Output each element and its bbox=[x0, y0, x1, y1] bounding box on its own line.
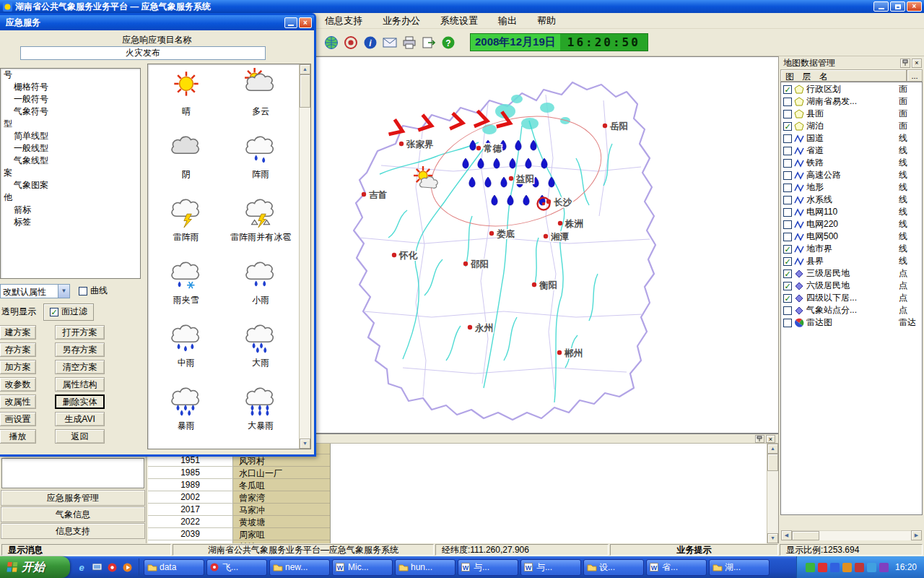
weather-symbol-thunderstorm-hail[interactable]: 雷阵雨并有冰雹 bbox=[224, 191, 299, 254]
dialog-minimize-button[interactable] bbox=[284, 17, 297, 28]
city-marker-永州[interactable]: 永州 bbox=[468, 323, 493, 333]
layer-checkbox[interactable] bbox=[783, 233, 792, 241]
show-desktop-icon[interactable] bbox=[91, 561, 103, 573]
layer-row-地市界[interactable]: ✓地市界线 bbox=[781, 243, 922, 255]
button-生成AVI[interactable]: 生成AVI bbox=[55, 412, 105, 426]
dialog-close-button[interactable]: × bbox=[299, 17, 312, 28]
maximize-button[interactable] bbox=[890, 1, 905, 12]
task-button-Mic...[interactable]: WMic... bbox=[332, 559, 393, 576]
button-属性结构[interactable]: 属性结构 bbox=[55, 377, 105, 392]
button-存方案[interactable]: 存方案 bbox=[0, 342, 36, 357]
city-marker-怀化[interactable]: 怀化 bbox=[392, 251, 418, 261]
layer-row-省道[interactable]: 省道线 bbox=[781, 144, 922, 157]
layer-checkbox[interactable] bbox=[783, 110, 792, 118]
layer-row-气象站点分...[interactable]: 气象站点分...点 bbox=[781, 304, 922, 316]
network-icon[interactable] bbox=[842, 563, 852, 572]
scroll-up-icon[interactable]: ▲ bbox=[767, 444, 778, 454]
weather-symbol-overcast[interactable]: 阴 bbox=[149, 128, 224, 191]
weather-symbol-light-rain[interactable]: 小雨 bbox=[224, 254, 299, 316]
record-icon[interactable] bbox=[343, 35, 359, 51]
layer-row-县面[interactable]: 县面面 bbox=[781, 108, 922, 120]
layer-row-国道[interactable]: 国道线 bbox=[781, 132, 922, 144]
tree-item-标签[interactable]: 标签 bbox=[1, 216, 140, 228]
city-marker-岳阳[interactable]: 岳阳 bbox=[603, 121, 628, 131]
menu-item-帮助[interactable]: 帮助 bbox=[537, 14, 556, 27]
menu-item-系统设置[interactable]: 系统设置 bbox=[440, 14, 478, 27]
table-row[interactable]: 2017马家冲 bbox=[148, 504, 330, 516]
layer-column-header[interactable]: 图 层 名 bbox=[780, 69, 907, 82]
weather-symbol-heavy-rainstorm[interactable]: 大暴雨 bbox=[224, 379, 299, 442]
table-row[interactable]: 1985水口山一厂 bbox=[148, 467, 330, 479]
weather-symbol-thunderstorm[interactable]: 雷阵雨 bbox=[149, 191, 224, 254]
export-icon[interactable] bbox=[421, 35, 437, 51]
city-marker-娄底[interactable]: 娄底 bbox=[489, 229, 515, 239]
layer-checkbox[interactable] bbox=[783, 134, 792, 143]
weather-symbol-heavy-rain[interactable]: 大雨 bbox=[224, 316, 299, 379]
fetion-icon[interactable] bbox=[855, 563, 864, 572]
fetion-icon[interactable] bbox=[106, 561, 118, 573]
layer-row-高速公路[interactable]: 高速公路线 bbox=[781, 169, 922, 181]
task-button-设...[interactable]: 设... bbox=[583, 559, 644, 576]
tree-item-气象线型[interactable]: 气象线型 bbox=[1, 155, 140, 167]
menu-item-输出[interactable]: 输出 bbox=[498, 14, 517, 27]
map-panel[interactable]: 张家界岳阳常德益阳长沙吉首娄底株洲湘潭怀化邵阳衡阳永州郴州 bbox=[315, 56, 779, 434]
task-button-new...[interactable]: new... bbox=[269, 559, 330, 576]
layer-checkbox[interactable]: ✓ bbox=[783, 294, 792, 303]
table-row[interactable]: 2039周家咀 bbox=[148, 528, 330, 540]
mail-icon[interactable] bbox=[382, 35, 398, 51]
tree-item-一般符号[interactable]: 一般符号 bbox=[1, 93, 140, 105]
city-marker-常德[interactable]: 常德 bbox=[476, 144, 502, 154]
layer-row-六级居民地[interactable]: ✓六级居民地点 bbox=[781, 280, 922, 292]
globe-icon[interactable] bbox=[323, 35, 339, 51]
layer-checkbox[interactable]: ✓ bbox=[783, 269, 792, 278]
task-button-湖...[interactable]: 湖... bbox=[709, 559, 770, 576]
layer-row-雷达图[interactable]: 雷达图雷达 bbox=[781, 316, 922, 329]
weather-symbol-cloudy[interactable]: 多云 bbox=[224, 65, 299, 128]
city-marker-湘潭[interactable]: 湘潭 bbox=[544, 232, 570, 242]
menu-item-信息支持[interactable]: 信息支持 bbox=[325, 14, 362, 27]
scroll-down-icon[interactable]: ▼ bbox=[767, 533, 778, 543]
scroll-left-icon[interactable]: ◀ bbox=[781, 530, 792, 540]
scroll-right-icon[interactable]: ▶ bbox=[911, 530, 922, 540]
scroll-down-icon[interactable]: ▼ bbox=[300, 439, 310, 449]
menu-item-业务办公[interactable]: 业务办公 bbox=[383, 14, 420, 27]
button-改参数[interactable]: 改参数 bbox=[0, 377, 36, 392]
layer-checkbox[interactable] bbox=[783, 171, 792, 180]
layer-checkbox[interactable] bbox=[783, 319, 792, 327]
layer-checkbox[interactable] bbox=[783, 196, 792, 204]
tree-item-案[interactable]: 案 bbox=[1, 167, 140, 179]
layer-checkbox[interactable]: ✓ bbox=[783, 282, 792, 290]
task-button-飞...[interactable]: 飞... bbox=[206, 559, 267, 576]
layer-checkbox[interactable] bbox=[783, 159, 792, 168]
ie-icon[interactable]: e bbox=[76, 561, 87, 573]
minimize-button[interactable] bbox=[873, 1, 889, 12]
button-改属性[interactable]: 改属性 bbox=[0, 394, 36, 409]
panel-button-信息支持[interactable]: 信息支持 bbox=[1, 523, 145, 539]
scroll-thumb[interactable] bbox=[792, 531, 819, 540]
scroll-thumb[interactable] bbox=[767, 454, 778, 471]
layer-checkbox[interactable] bbox=[783, 208, 792, 217]
panel-button-应急服务管理[interactable]: 应急服务管理 bbox=[1, 490, 145, 506]
help-icon[interactable]: ? bbox=[440, 35, 456, 51]
layer-checkbox[interactable]: ✓ bbox=[783, 257, 792, 266]
layer-row-电网500[interactable]: 电网500线 bbox=[781, 230, 922, 243]
layer-row-行政区划[interactable]: ✓行政区划面 bbox=[781, 83, 922, 95]
layer-row-电网110[interactable]: 电网110线 bbox=[781, 206, 922, 218]
pin-icon[interactable] bbox=[755, 435, 764, 443]
media-player-icon[interactable] bbox=[121, 561, 133, 573]
default-attribute-combo[interactable]: 改默认属性 ▼ bbox=[0, 284, 70, 298]
close-panel-icon[interactable]: × bbox=[912, 59, 922, 68]
pin-icon[interactable] bbox=[900, 59, 910, 68]
layer-checkbox[interactable] bbox=[783, 98, 792, 106]
tree-item-号[interactable]: 号 bbox=[1, 69, 140, 81]
layer-checkbox[interactable] bbox=[783, 220, 792, 229]
layer-checkbox[interactable]: ✓ bbox=[783, 122, 792, 131]
volume-icon[interactable] bbox=[830, 563, 840, 572]
scroll-thumb[interactable] bbox=[300, 74, 310, 108]
table-row[interactable]: 1989冬瓜咀 bbox=[148, 479, 330, 491]
city-marker-郴州[interactable]: 郴州 bbox=[557, 348, 583, 358]
button-清空方案[interactable]: 清空方案 bbox=[55, 360, 105, 374]
button-返回[interactable]: 返回 bbox=[55, 429, 105, 444]
weather-symbol-rainstorm[interactable]: 暴雨 bbox=[149, 379, 224, 442]
curve-checkbox[interactable]: 曲线 bbox=[79, 285, 108, 297]
